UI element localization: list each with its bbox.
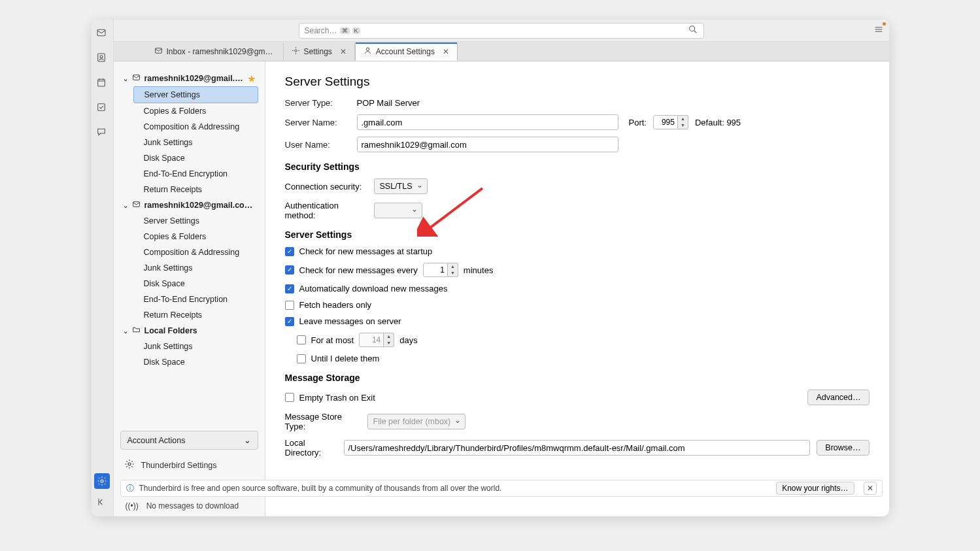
- link-label: Thunderbird Settings: [141, 461, 217, 470]
- account-row[interactable]: ⌄ rameshnik1029@gmail.com (P…: [114, 197, 265, 213]
- interval-input[interactable]: [423, 263, 448, 277]
- tab-inbox[interactable]: Inbox - rameshnik1029@gmail.com (PO…: [146, 42, 284, 61]
- server-type-value: POP Mail Server: [357, 98, 420, 108]
- chevron-down-icon: ⌄: [244, 435, 251, 445]
- star-icon[interactable]: ★: [248, 74, 256, 84]
- close-banner-button[interactable]: ✕: [864, 482, 877, 495]
- sidebar-item-e2e[interactable]: End-To-End Encryption: [114, 166, 265, 182]
- left-rail: [92, 20, 114, 516]
- svg-point-6: [689, 26, 694, 31]
- local-dir-input[interactable]: [344, 440, 811, 456]
- checkbox-interval[interactable]: [285, 265, 294, 275]
- sidebar-item-disk-space[interactable]: Disk Space: [114, 150, 265, 166]
- svg-rect-1: [98, 54, 105, 61]
- user-name-label: User Name:: [285, 140, 350, 150]
- close-icon[interactable]: ✕: [340, 47, 346, 56]
- atmost-input[interactable]: [359, 333, 384, 347]
- sidebar-item-copies-folders[interactable]: Copies & Folders: [114, 103, 265, 119]
- checkbox-label: Automatically download new messages: [299, 284, 448, 293]
- interval-unit: minutes: [464, 265, 494, 275]
- page-title: Server Settings: [285, 75, 870, 89]
- server-type-label: Server Type:: [285, 98, 350, 108]
- interval-spin-buttons[interactable]: ▲▼: [448, 263, 458, 277]
- checkbox-label: Empty Trash on Exit: [299, 393, 375, 403]
- sidebar-item-return-receipts[interactable]: Return Receipts: [114, 182, 265, 197]
- settings-rail-icon[interactable]: [94, 473, 110, 489]
- contacts-icon[interactable]: [96, 52, 108, 64]
- sidebar-item-disk-space[interactable]: Disk Space: [114, 276, 265, 292]
- sidebar-item-disk-space[interactable]: Disk Space: [114, 354, 265, 370]
- tasks-icon[interactable]: [96, 102, 108, 114]
- sidebar-item-e2e[interactable]: End-To-End Encryption: [114, 292, 265, 307]
- sidebar-item-composition[interactable]: Composition & Addressing: [114, 244, 265, 260]
- checkbox-headers[interactable]: [285, 301, 294, 310]
- account-actions-button[interactable]: Account Actions ⌄: [120, 431, 258, 450]
- svg-rect-3: [98, 79, 105, 86]
- sidebar-item-composition[interactable]: Composition & Addressing: [114, 119, 265, 135]
- collapse-icon[interactable]: [96, 497, 108, 509]
- account-name: rameshnik1029@gmail.com: [144, 74, 244, 83]
- account-row-local[interactable]: ⌄ Local Folders: [114, 323, 265, 339]
- app-menu-button[interactable]: [873, 24, 884, 37]
- checkbox-label: Check for new messages every: [299, 265, 418, 275]
- local-dir-label: Local Directory:: [285, 438, 337, 458]
- checkbox-leave[interactable]: [285, 317, 294, 326]
- sidebar-item-server-settings[interactable]: Server Settings: [114, 213, 265, 229]
- close-icon[interactable]: ✕: [443, 47, 449, 56]
- activity-icon: ((•)): [126, 501, 139, 510]
- checkbox-until-delete[interactable]: [297, 354, 306, 363]
- server-name-input[interactable]: [357, 114, 618, 130]
- store-type-label: Message Store Type:: [285, 412, 361, 431]
- server-name-label: Server Name:: [285, 118, 350, 127]
- port-input[interactable]: [653, 115, 678, 129]
- conn-security-label: Connection security:: [285, 182, 367, 192]
- folder-icon: [132, 326, 141, 336]
- checkbox-empty-trash[interactable]: [285, 393, 294, 402]
- checkbox-label: Leave messages on server: [299, 316, 401, 326]
- info-text: Thunderbird is free and open source soft…: [139, 484, 502, 493]
- account-tree: ⌄ rameshnik1029@gmail.com ★ Server Setti…: [114, 61, 265, 427]
- mailbox-icon: [132, 200, 141, 210]
- user-name-input[interactable]: [357, 137, 618, 152]
- checkbox-atmost[interactable]: [297, 335, 306, 344]
- store-type-select[interactable]: File per folder (mbox): [367, 414, 466, 429]
- thunderbird-settings-link[interactable]: Thunderbird Settings: [114, 454, 265, 476]
- advanced-button[interactable]: Advanced…: [807, 390, 869, 405]
- sidebar-item-copies-folders[interactable]: Copies & Folders: [114, 229, 265, 244]
- browse-button[interactable]: Browse…: [817, 440, 869, 456]
- checkbox-autodl[interactable]: [285, 284, 294, 293]
- account-name: Local Folders: [144, 326, 197, 335]
- account-actions-label: Account Actions: [127, 436, 186, 445]
- mail-icon[interactable]: [96, 27, 108, 39]
- checkbox-startup[interactable]: [285, 247, 294, 256]
- auth-method-label: Authentication method:: [285, 201, 367, 220]
- account-row[interactable]: ⌄ rameshnik1029@gmail.com ★: [114, 71, 265, 86]
- sidebar-item-junk[interactable]: Junk Settings: [114, 339, 265, 354]
- account-sidebar: ⌄ rameshnik1029@gmail.com ★ Server Setti…: [114, 61, 265, 516]
- storage-heading: Message Storage: [285, 373, 870, 383]
- sidebar-item-junk[interactable]: Junk Settings: [114, 260, 265, 276]
- sidebar-item-junk[interactable]: Junk Settings: [114, 135, 265, 150]
- svg-rect-7: [155, 48, 161, 54]
- sidebar-item-return-receipts[interactable]: Return Receipts: [114, 307, 265, 323]
- sidebar-item-server-settings[interactable]: Server Settings: [133, 86, 258, 103]
- atmost-spin-buttons[interactable]: ▲▼: [384, 333, 394, 347]
- tab-account-settings[interactable]: Account Settings ✕: [355, 42, 458, 61]
- conn-security-select[interactable]: SSL/TLS: [374, 178, 428, 194]
- search-input[interactable]: Search… ⌘ K: [299, 23, 704, 39]
- port-spin-buttons[interactable]: ▲▼: [678, 115, 688, 129]
- tab-label: Inbox - rameshnik1029@gmail.com (PO…: [167, 47, 275, 56]
- port-label: Port:: [629, 118, 647, 127]
- toolbar: Search… ⌘ K: [114, 20, 889, 42]
- interval-stepper[interactable]: ▲▼: [423, 263, 458, 277]
- tab-settings[interactable]: Settings ✕: [284, 42, 355, 61]
- atmost-stepper[interactable]: ▲▼: [359, 333, 394, 347]
- auth-method-select[interactable]: [374, 203, 422, 218]
- tab-strip: Inbox - rameshnik1029@gmail.com (PO… Set…: [114, 42, 889, 61]
- know-rights-button[interactable]: Know your rights…: [776, 482, 854, 495]
- account-icon: [363, 46, 372, 57]
- checkbox-label: Fetch headers only: [299, 300, 372, 310]
- port-stepper[interactable]: ▲▼: [653, 115, 688, 129]
- calendar-icon[interactable]: [96, 77, 108, 89]
- chat-icon[interactable]: [96, 127, 108, 139]
